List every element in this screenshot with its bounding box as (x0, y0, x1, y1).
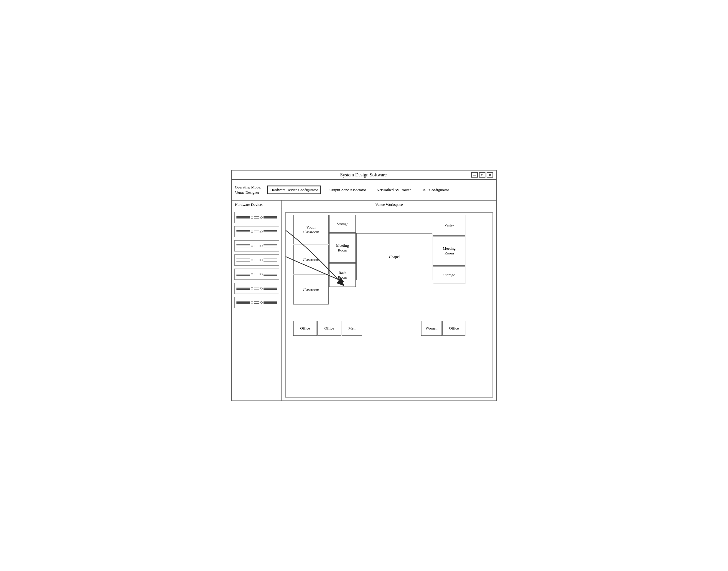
room-men[interactable]: Men (342, 321, 362, 336)
room-women[interactable]: Women (421, 321, 442, 336)
window-title: System Design Software (256, 172, 471, 178)
main-window: System Design Software — □ ✕ Operating M… (232, 170, 496, 401)
main-area: YouthClassroom Storage Vestry Classroom … (232, 209, 496, 401)
room-office-mid[interactable]: Office (317, 321, 341, 336)
title-bar: System Design Software — □ ✕ (232, 170, 496, 180)
list-item[interactable] (234, 283, 279, 294)
room-storage-top[interactable]: Storage (329, 215, 356, 233)
hardware-devices-panel (232, 209, 282, 401)
room-vestry[interactable]: Vestry (433, 215, 465, 236)
room-meeting-room-right[interactable]: MeetingRoom (433, 236, 465, 266)
dsp-configurator-button[interactable]: DSP Configurator (419, 187, 452, 194)
menu-bar: Operating Mode: Venue Designer Hardware … (232, 180, 496, 201)
maximize-button[interactable]: □ (479, 172, 485, 178)
hardware-device-configurator-button[interactable]: Hardware Device Configurator (267, 186, 321, 195)
venue-designer-label: Venue Designer (235, 190, 259, 195)
window-controls: — □ ✕ (471, 172, 493, 178)
room-meeting-room-mid[interactable]: MeetingRoom (329, 233, 356, 263)
list-item[interactable] (234, 212, 279, 223)
list-item[interactable] (234, 268, 279, 280)
list-item[interactable] (234, 297, 279, 308)
room-chapel[interactable]: Chapel (356, 233, 432, 280)
hardware-devices-header: Hardware Devices (232, 201, 282, 209)
venue-map: YouthClassroom Storage Vestry Classroom … (285, 212, 493, 397)
room-office-right[interactable]: Office (442, 321, 465, 336)
minimize-button[interactable]: — (471, 172, 478, 178)
room-storage-right[interactable]: Storage (433, 266, 465, 284)
room-office-left[interactable]: Office (293, 321, 317, 336)
panel-headers: Hardware Devices Venue Workspace (232, 201, 496, 209)
list-item[interactable] (234, 254, 279, 266)
room-classroom-bottom[interactable]: Classroom (293, 275, 329, 305)
operating-mode-label: Operating Mode: (235, 185, 261, 190)
venue-workspace-panel: YouthClassroom Storage Vestry Classroom … (282, 209, 496, 401)
list-item[interactable] (234, 226, 279, 237)
networked-av-router-button[interactable]: Networked AV Router (374, 187, 413, 194)
output-zone-associator-button[interactable]: Output Zone Associator (327, 187, 368, 194)
venue-workspace-header: Venue Workspace (282, 201, 496, 209)
list-item[interactable] (234, 240, 279, 251)
close-button[interactable]: ✕ (486, 172, 493, 178)
room-classroom-mid[interactable]: Classroom (293, 245, 329, 274)
room-youth-classroom[interactable]: YouthClassroom (293, 215, 329, 244)
room-rack-room[interactable]: RackRoom (329, 263, 356, 287)
